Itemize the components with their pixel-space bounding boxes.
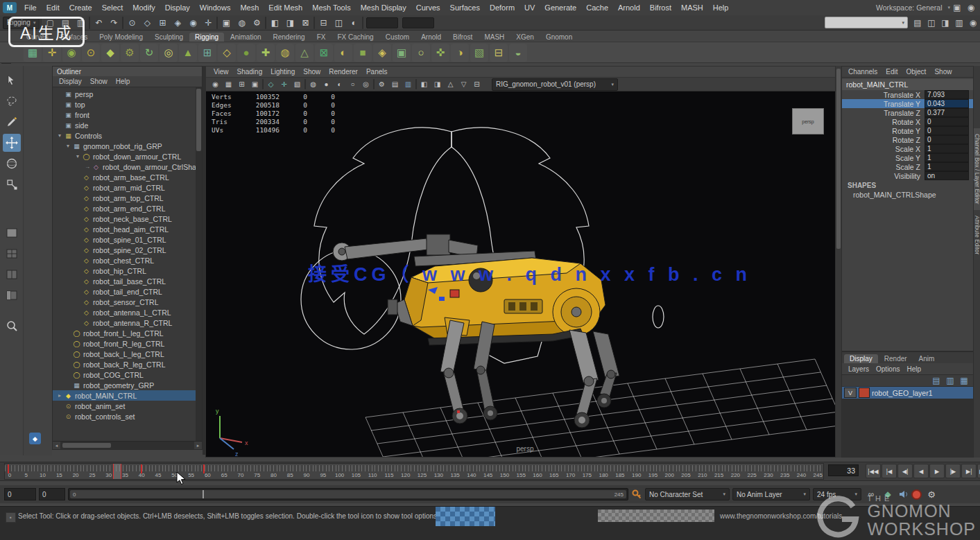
channel-row[interactable]: Scale Y 1 (842, 153, 973, 162)
workspace-label[interactable]: Workspace: General (876, 3, 943, 12)
status-icon[interactable]: ◉ (186, 17, 200, 29)
shelf-tab[interactable]: FX Caching (332, 33, 379, 42)
status-icon[interactable]: ↶ (92, 17, 105, 29)
outliner-row[interactable]: ▾ ▦ gnomon_robot_rig_GRP (53, 141, 202, 151)
sidebar-vertical-tab[interactable]: Channel Box / Layer Editor (974, 128, 980, 210)
shelf-tool-icon[interactable]: ⊟ (490, 44, 508, 62)
outliner-row[interactable]: ◯ robot_COG_CTRL (53, 369, 202, 380)
outliner-row[interactable]: ◇ robot_spine_02_CTRL (53, 245, 202, 255)
viewport-camera-dropdown[interactable]: RIG_gnomon_robot_v01 (persp)▾ (492, 78, 618, 91)
shelf-tool-icon[interactable]: ■ (354, 44, 372, 62)
viewport-toolbar-icon[interactable]: ▤ (389, 79, 401, 89)
play-forwards-button[interactable]: ▶ (929, 464, 945, 478)
status-icon[interactable]: ⊙ (125, 17, 139, 29)
window-options-icon[interactable]: ◉ (965, 1, 977, 14)
outliner-row[interactable]: ▾ ◯ robot_down_armour_CTRL (53, 151, 202, 162)
shelf-tab[interactable]: Sculpting (149, 33, 189, 42)
viewport-toolbar-icon[interactable]: ✛ (278, 79, 290, 89)
outliner-row[interactable]: ◇ robot_chest_CTRL (53, 255, 202, 265)
layer-editor-menu-item[interactable]: Options (872, 365, 903, 373)
shelf-tool-icon[interactable]: ▲ (179, 44, 197, 62)
scroll-left-icon[interactable]: ◂ (53, 442, 60, 449)
viewport-toolbar-icon[interactable]: ◍ (307, 79, 319, 89)
shelf-tool-icon[interactable]: ⊙ (82, 44, 100, 62)
viewport-toolbar-icon[interactable]: ◎ (360, 79, 372, 89)
chevron-down-icon[interactable]: ▾ (947, 5, 950, 10)
outliner-row[interactable]: ◯ robot_front_R_leg_CTRL (53, 338, 202, 349)
layer-editor-tab[interactable]: Anim (913, 354, 940, 363)
viewport-toolbar-icon[interactable]: ○ (347, 79, 359, 89)
viewport-toolbar-icon[interactable]: ⚙ (376, 79, 388, 89)
viewport-toolbar-icon[interactable]: ◧ (418, 79, 430, 89)
channel-row[interactable]: Rotate Y 0 (842, 126, 973, 135)
outliner-row[interactable]: ⊙ robot_controls_set (53, 411, 202, 421)
step-back-frame-button[interactable]: ◀| (897, 464, 913, 478)
layout-four-pane-button[interactable] (3, 245, 21, 263)
shelf-tool-icon[interactable]: ● (237, 44, 255, 62)
menu-item[interactable]: Bifrost (645, 3, 676, 12)
outliner-menu-item[interactable]: Help (112, 78, 134, 85)
status-icon[interactable]: ▣ (219, 17, 233, 29)
outliner-row[interactable]: ⊙ robot_anim_set (53, 401, 202, 411)
outliner-row[interactable]: ◇ robot_antenna_R_CTRL (53, 317, 202, 328)
step-forward-key-button[interactable]: ▶| (961, 464, 977, 478)
status-icon[interactable]: ⚙ (250, 17, 264, 29)
viewport-toolbar-icon[interactable]: ▽ (458, 79, 470, 89)
layer-row[interactable]: V robot_GEO_layer1 (842, 387, 973, 399)
channel-row[interactable]: Translate Y 0.043 (842, 99, 973, 108)
status-icon[interactable]: ◐ (347, 17, 361, 29)
expand-icon[interactable]: → (83, 164, 92, 170)
loop-mode-icon[interactable]: ∞ (865, 488, 877, 500)
status-icon[interactable]: ◍ (234, 17, 248, 29)
rotate-tool-button[interactable] (3, 155, 21, 173)
channel-value-field[interactable]: on (925, 171, 969, 180)
menu-item[interactable]: Edit Mesh (264, 3, 307, 12)
status-icon[interactable]: ⊟ (316, 17, 330, 29)
menu-item[interactable]: Modify (128, 3, 160, 12)
new-layer-icon[interactable]: ▤ (931, 374, 942, 387)
character-set-key-icon[interactable] (631, 489, 642, 500)
new-layer-icon[interactable]: ▥ (945, 374, 956, 387)
sidebar-toggle-icon[interactable]: ▥ (953, 17, 965, 29)
expand-icon[interactable]: ▾ (74, 153, 82, 159)
auto-key-icon[interactable]: ◆ (882, 488, 894, 500)
layout-single-pane-button[interactable] (3, 224, 21, 242)
shelf-tool-icon[interactable]: ✚ (257, 44, 275, 62)
shelf-tool-icon[interactable]: ▣ (393, 44, 411, 62)
status-icon[interactable]: ↷ (107, 17, 121, 29)
expand-icon[interactable]: ▸ (55, 392, 64, 399)
channel-value-field[interactable]: 1 (925, 144, 969, 153)
layer-editor-menu-item[interactable]: Layers (845, 365, 872, 373)
outliner-row[interactable]: ▸ ◆ robot_MAIN_CTRL (53, 390, 202, 401)
outliner-menu-item[interactable]: Show (87, 78, 111, 85)
menu-item[interactable]: Mesh Display (356, 3, 411, 12)
shelf-tool-icon[interactable]: ⊞ (198, 44, 216, 62)
viewport-scrollbar[interactable] (836, 66, 841, 458)
menu-item[interactable]: Help (708, 3, 734, 12)
scale-tool-button[interactable] (3, 175, 21, 193)
channel-value-field[interactable]: 0.043 (925, 99, 969, 108)
viewport-menu-item[interactable]: Show (300, 68, 324, 76)
channel-row[interactable]: Visibility on (842, 171, 973, 180)
sound-icon[interactable] (897, 489, 909, 500)
menu-item[interactable]: Display (160, 3, 195, 12)
layer-color-swatch[interactable] (859, 387, 870, 398)
channel-row[interactable]: Translate X 7.093 (842, 90, 973, 99)
shelf-tool-icon[interactable]: ▧ (470, 44, 488, 62)
outliner-row[interactable]: ◇ robot_arm_top_CTRL (53, 193, 202, 203)
shelf-tool-icon[interactable]: ↻ (140, 44, 158, 62)
channel-row[interactable]: Rotate Z 0 (842, 135, 973, 144)
shelf-tool-icon[interactable]: ✜ (431, 44, 449, 62)
layout-two-pane-button[interactable] (3, 265, 21, 284)
range-slider[interactable]: 0 245 (68, 488, 628, 500)
outliner-row[interactable]: ◇ robot_head_aim_CTRL (53, 224, 202, 234)
channel-row[interactable]: Translate Z 0.377 (842, 108, 973, 117)
paint-select-tool-button[interactable] (3, 113, 21, 131)
outliner-row[interactable]: ◇ robot_sensor_CTRL (53, 297, 202, 307)
outliner-row[interactable]: ▦ robot_geometry_GRP (53, 380, 202, 390)
channel-row[interactable]: Rotate X 0 (842, 117, 973, 126)
viewport-toolbar-icon[interactable]: △ (445, 79, 456, 89)
outliner-row[interactable]: ▣ side (53, 120, 202, 130)
shelf-tool-icon[interactable]: ◇ (218, 44, 236, 62)
menu-item[interactable]: MASH (676, 3, 708, 12)
